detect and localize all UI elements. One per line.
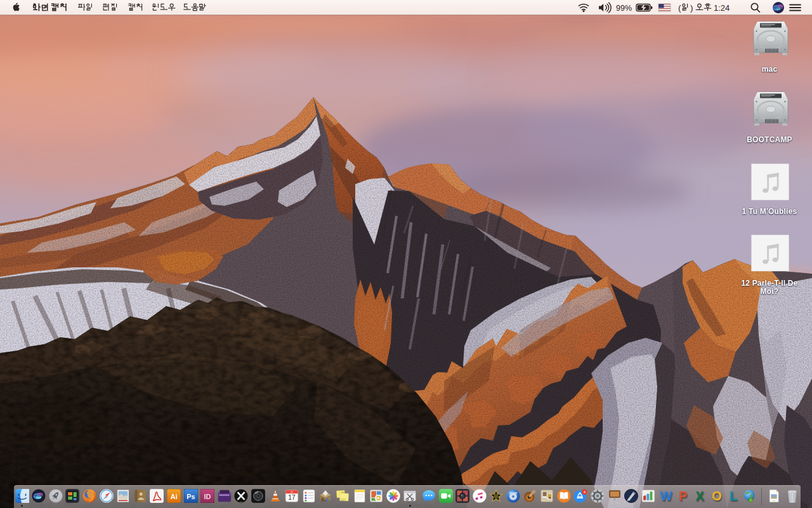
- svg-text:): ): [690, 3, 693, 13]
- svg-text:Mtg: Mtg: [341, 491, 344, 493]
- svg-text:99%: 99%: [616, 4, 632, 13]
- svg-text:Ai: Ai: [170, 493, 177, 500]
- svg-text:JPG: JPG: [773, 500, 776, 502]
- svg-text:17: 17: [288, 494, 296, 501]
- svg-text:1:24: 1:24: [714, 3, 730, 13]
- svg-text:Ps: Ps: [187, 493, 195, 500]
- svg-text:12: 12: [291, 491, 293, 493]
- svg-text:ID: ID: [204, 493, 211, 500]
- svg-text:(: (: [678, 3, 681, 13]
